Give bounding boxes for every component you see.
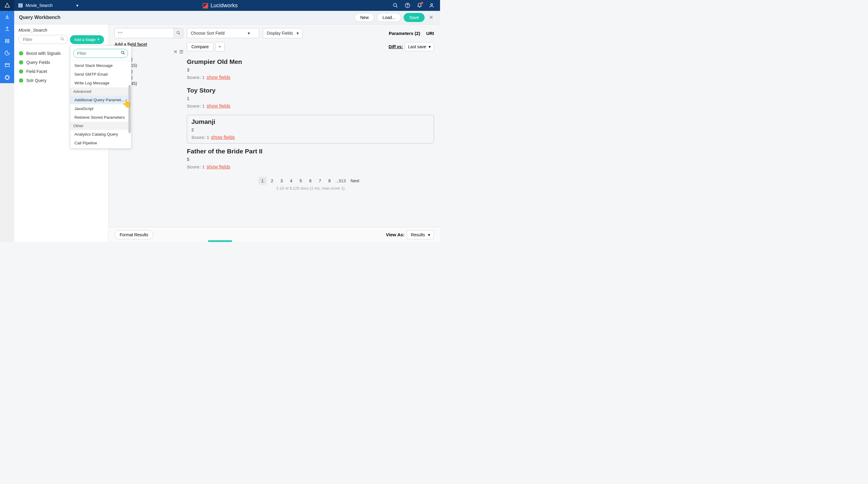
query-search-button[interactable] xyxy=(174,28,183,38)
show-fields-link[interactable]: show fields xyxy=(207,103,230,109)
svg-line-18 xyxy=(179,33,180,34)
sort-field-select[interactable]: Choose Sort Field ▾ xyxy=(187,28,259,38)
svg-rect-1 xyxy=(19,4,22,4)
nav-index[interactable] xyxy=(0,23,14,35)
results-column: Compare + Diff vs: Last save ▾ Grumpier … xyxy=(184,42,434,190)
parameters-link[interactable]: Parameters (2) xyxy=(389,31,420,36)
result-id: 1 xyxy=(187,96,434,101)
page-number[interactable]: 8 xyxy=(326,177,333,185)
status-dot-icon xyxy=(19,69,23,73)
help-icon[interactable] xyxy=(404,2,410,8)
nav-ingest[interactable] xyxy=(0,11,14,23)
nav-workbench[interactable] xyxy=(0,59,14,71)
app-name: Movie_Search xyxy=(26,3,53,8)
format-results-button[interactable]: Format Results xyxy=(115,230,153,239)
viewas-label: View As: xyxy=(386,232,405,237)
compare-add-button[interactable]: + xyxy=(215,42,224,52)
close-icon[interactable]: ✕ xyxy=(173,49,179,55)
nav-settings[interactable] xyxy=(0,71,14,83)
page-number[interactable]: 3 xyxy=(278,177,285,185)
dropdown-item[interactable]: Send SMTP Email xyxy=(70,70,131,79)
result-title: Father of the Bride Part II xyxy=(187,148,434,155)
stage-label: Query Fields xyxy=(26,60,50,65)
page-number[interactable]: 5 xyxy=(297,177,305,185)
svg-rect-10 xyxy=(5,41,9,43)
svg-rect-9 xyxy=(5,39,9,41)
nav-analytics[interactable] xyxy=(0,47,14,59)
brand-logo-icon: ◪ xyxy=(202,1,209,9)
scrollbar[interactable] xyxy=(128,85,131,133)
show-fields-link[interactable]: show fields xyxy=(211,135,235,140)
save-button[interactable]: Save xyxy=(404,13,425,22)
load-button[interactable]: Load... xyxy=(377,13,401,22)
dropdown-item[interactable]: Experiment Stage xyxy=(70,147,131,148)
svg-line-14 xyxy=(63,39,64,41)
page-number[interactable]: 4 xyxy=(287,177,295,185)
dropdown-item[interactable]: Retrieve Stored Parameters xyxy=(70,113,131,122)
status-dot-icon xyxy=(19,51,23,56)
pipeline-name: Movie_Search xyxy=(19,27,104,33)
page-number[interactable]: 2 xyxy=(268,177,276,185)
status-dot-icon xyxy=(19,60,23,64)
query-input[interactable] xyxy=(115,28,174,38)
add-stage-button[interactable]: Add a Stage xyxy=(70,35,104,44)
show-fields-link[interactable]: show fields xyxy=(207,75,230,80)
page-summary: 1-10 of 9,125 docs (1 ms, max-score 1) xyxy=(187,186,434,190)
app-selector[interactable]: Movie_Search ▾ xyxy=(14,0,82,11)
result-item[interactable]: Father of the Bride Part II5Score: 1show… xyxy=(187,145,434,174)
close-icon[interactable]: ✕ xyxy=(427,14,435,21)
stack-icon xyxy=(18,3,23,8)
dropdown-item[interactable]: Write Log Message xyxy=(70,79,131,87)
stage-label: Boost with Signals xyxy=(26,51,61,56)
show-fields-link[interactable]: show fields xyxy=(207,164,230,170)
dropdown-item[interactable]: Analytics Catalog Query xyxy=(70,130,131,139)
user-icon[interactable] xyxy=(429,2,435,8)
search-icon[interactable] xyxy=(393,2,398,8)
diff-label: Diff vs: xyxy=(389,44,403,49)
stage-dropdown: Send Slack MessageSend SMTP EmailWrite L… xyxy=(70,46,131,149)
nav-collections[interactable] xyxy=(0,35,14,47)
svg-point-15 xyxy=(121,51,124,54)
diff-select[interactable]: Last save ▾ xyxy=(405,42,434,51)
svg-rect-11 xyxy=(5,64,9,67)
svg-rect-3 xyxy=(19,6,22,7)
viewas-select[interactable]: Results ▾ xyxy=(407,230,434,239)
result-item[interactable]: Jumanji2Score: 1show fields xyxy=(187,115,434,144)
top-header: Movie_Search ▾ ◪ Lucidworks xyxy=(0,0,440,11)
uri-link[interactable]: URI xyxy=(426,31,434,36)
brand-title: ◪ Lucidworks xyxy=(202,1,238,9)
search-icon xyxy=(121,51,125,56)
page-header: Query Workbench New Load... Save ✕ xyxy=(14,11,440,24)
page-number[interactable]: 6 xyxy=(307,177,314,185)
bell-icon[interactable] xyxy=(416,2,423,8)
result-id: 5 xyxy=(187,157,434,162)
chevron-down-icon: ▾ xyxy=(428,232,430,237)
page-ellipsis: ...913 xyxy=(335,178,346,183)
new-button[interactable]: New xyxy=(354,13,374,22)
result-item[interactable]: Grumpier Old Men3Score: 1show fields xyxy=(187,56,434,84)
main-area: Choose Sort Field ▾ Display Fields ▾ Par… xyxy=(108,24,440,227)
chevron-down-icon: ▾ xyxy=(76,3,79,8)
result-score: Score: 1 xyxy=(187,103,205,109)
svg-point-8 xyxy=(431,4,433,5)
product-logo[interactable] xyxy=(0,0,14,11)
dropdown-item[interactable]: Send Slack Message xyxy=(70,61,131,70)
svg-rect-2 xyxy=(19,5,22,6)
resize-handle[interactable] xyxy=(208,240,232,242)
chevron-down-icon: ▾ xyxy=(297,31,299,36)
page-number[interactable]: 7 xyxy=(316,177,324,185)
display-fields-select[interactable]: Display Fields ▾ xyxy=(263,28,303,38)
svg-point-17 xyxy=(177,31,179,33)
page-next[interactable]: Next xyxy=(347,177,362,185)
svg-line-5 xyxy=(396,6,398,7)
result-item[interactable]: Toy Story1Score: 1show fields xyxy=(187,84,434,113)
left-nav xyxy=(0,11,14,242)
dropdown-filter-input[interactable] xyxy=(73,49,128,58)
dropdown-item[interactable]: Call Pipeline xyxy=(70,139,131,147)
chevron-down-icon: ▾ xyxy=(248,31,250,36)
search-icon xyxy=(60,37,64,42)
result-title: Jumanji xyxy=(191,118,430,125)
menu-icon[interactable]: ☰ xyxy=(179,49,184,55)
page-number[interactable]: 1 xyxy=(258,177,267,185)
compare-button[interactable]: Compare xyxy=(187,42,213,51)
